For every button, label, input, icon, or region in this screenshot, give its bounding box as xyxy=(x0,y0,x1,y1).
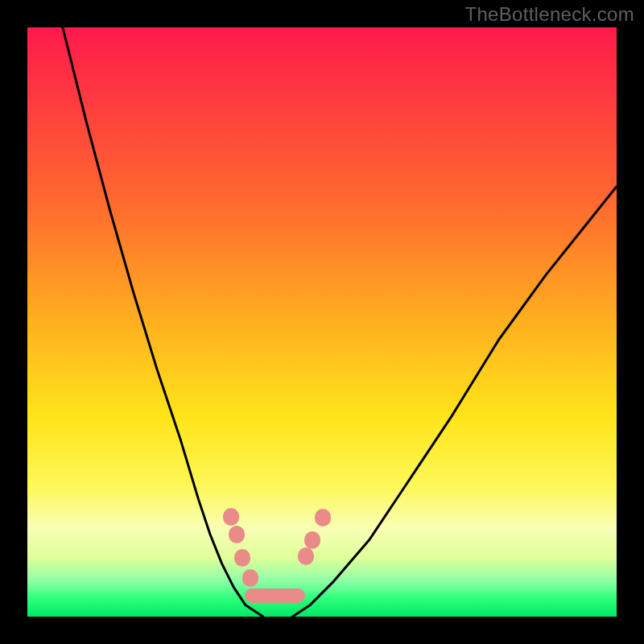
floor-marker-bar xyxy=(245,588,305,603)
floor-marker-dot xyxy=(223,508,239,526)
floor-marker-dot xyxy=(229,526,245,543)
floor-marker-dot xyxy=(304,531,320,549)
plot-area xyxy=(27,27,617,617)
right-curve-path xyxy=(292,187,617,617)
watermark-text: TheBottleneck.com xyxy=(464,3,634,26)
floor-marker-dot xyxy=(234,549,250,567)
curve-layer xyxy=(27,27,617,617)
floor-marker-dot xyxy=(315,509,331,526)
chart-frame: TheBottleneck.com xyxy=(0,0,644,644)
